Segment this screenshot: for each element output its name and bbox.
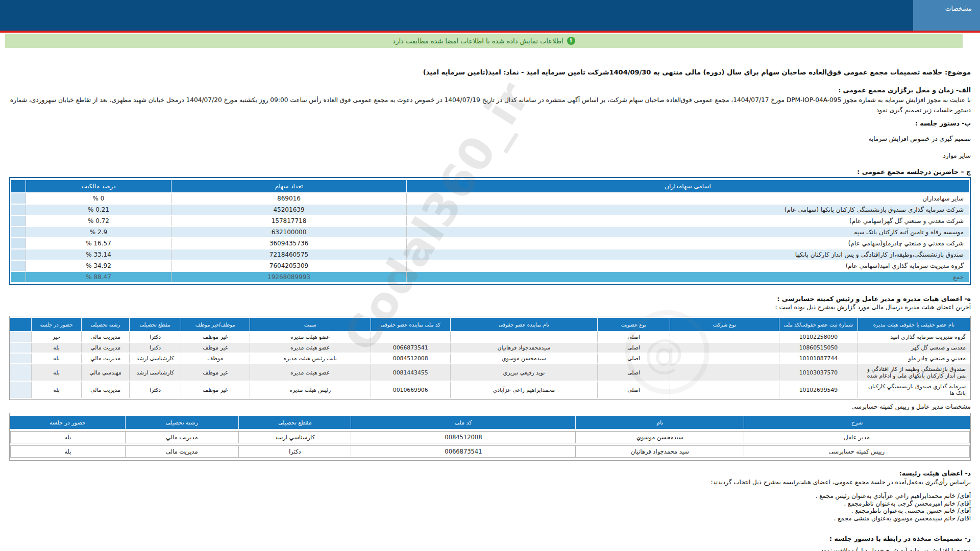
cell: [670, 343, 779, 353]
presiding-member: آقای/ خانم محمدابراهیم راعي عزآبادي به‌ع…: [9, 492, 971, 500]
cell: بله: [10, 431, 125, 443]
cell: 157817718: [171, 216, 406, 226]
cell: کارشناسي ارشد: [238, 431, 351, 443]
cell: دکترا: [129, 343, 181, 353]
table-row: صندوق بازنشستگي وظیفه از کار افتادگي و پ…: [10, 364, 970, 381]
cell: نایب رئیس هیئت مدیره: [250, 354, 371, 363]
tab-specifications[interactable]: مشخصات: [913, 0, 980, 31]
section-e-title: ه- اعضای هیات مدیره و مدیر عامل و رئیس ک…: [9, 294, 971, 303]
subject-line: موضوع: خلاصه تصمیمات مجمع عمومی فوق‌العا…: [9, 68, 971, 77]
board-members-table: نام عضو حقیقی یا حقوقی هیئت مدیرهشمارهٔ …: [10, 317, 970, 399]
cell: مدیریت مالي: [81, 343, 130, 353]
cell: عضو هیئت مدیره: [250, 343, 371, 353]
cell: گروه مدیریت سرمایه گذاري امید: [857, 332, 970, 342]
cell: محمدابراهیم راعي عزآبادي: [450, 382, 598, 398]
table-row: معدني و صنعتي چادر ملو10101887744اصلیسید…: [10, 354, 970, 363]
column-header: شمارهٔ ثبت عضو حقوقی/کد ملی: [779, 318, 857, 331]
cell: 0084512008: [351, 431, 575, 443]
cell: مدیریت مالي: [81, 354, 130, 363]
cell: مدیریت مالي: [125, 431, 238, 443]
cell: مدیریت مالي: [81, 332, 130, 342]
cell: 7218460575: [171, 249, 406, 260]
top-navigation-bar: مشخصات: [0, 0, 980, 31]
column-header: حضور در جلسه: [10, 416, 125, 429]
cell: 10102258090: [779, 332, 857, 342]
cell: جمع: [406, 272, 969, 282]
cell: رئیس هیئت مدیره: [250, 382, 371, 398]
column-header: رشته تحصیلی: [125, 416, 238, 429]
row-marker-cell: [11, 227, 26, 237]
section-a-title: الف- زمان و محل برگزاری مجمع عمومی :: [9, 86, 971, 94]
section-b-title: ب- دستور جلسه :: [9, 119, 971, 128]
cell: اصلی: [597, 332, 670, 342]
info-icon: i: [567, 37, 575, 45]
row-marker-cell: [11, 205, 26, 215]
cell: دکترا: [129, 332, 181, 342]
cell: بله: [31, 343, 81, 353]
cell: معدنی و صنعتي گل گهر: [857, 343, 970, 353]
table-row: گروه مدیریت سرمایه گذاري امید(سهامي عام)…: [11, 261, 969, 271]
cell: شرکت معدني و صنعتي چادرملو(سهامي عام): [406, 238, 969, 248]
column-header: نام عضو حقیقی یا حقوقی هیئت مدیره: [857, 318, 970, 331]
table-row: گروه مدیریت سرمایه گذاري امید10102258090…: [10, 332, 970, 342]
cell: % 0: [26, 193, 171, 204]
column-header: کد ملی: [351, 416, 575, 429]
cell: سیدمحسن موسوي: [575, 431, 744, 443]
cell: شرکت معدني و صنعتي گل گهر(سهامي عام): [406, 216, 969, 226]
column-header: نام نماینده عضو حقوقی: [450, 318, 598, 331]
cell: مدیریت مالي: [81, 382, 130, 398]
cell: مهندسي مالي: [81, 364, 130, 381]
table-row: موسسه رفاه و تامین آتیه کارکنان بانک سپه…: [11, 227, 969, 237]
row-marker-cell: [10, 364, 31, 381]
presiding-member: آقای/ خانم سیدمحسن موسوي به‌عنوان منشی م…: [9, 515, 971, 522]
cell: [670, 332, 779, 342]
row-marker-cell: [10, 332, 31, 342]
column-header: موظف/غیر موظف: [181, 318, 250, 331]
column-header: مقطع تحصیلی: [129, 318, 181, 331]
section-e-subtitle: آخرین اعضای هیئت مدیره درسال مالی مورد گ…: [9, 303, 971, 312]
column-header: رشته تحصیلی: [81, 318, 130, 331]
cell: 45201639: [171, 205, 406, 215]
cell: % 16.57: [26, 238, 171, 248]
cell: کارشناسی ارشد: [129, 354, 181, 363]
cell: بله: [10, 445, 125, 458]
cell: سیدمحمدجواد فرهانیان: [450, 343, 598, 353]
column-header: حضور در جلسه: [31, 318, 81, 331]
row-marker-cell: [10, 343, 31, 353]
table-row: شرکت سرمایه گذاري صندوق بازنشستگي کارکنا…: [11, 205, 969, 215]
cell: معدني و صنعتي چادر ملو: [857, 354, 970, 363]
cell: 0010669906: [371, 382, 450, 398]
cell: شرکت سرمایه گذاري صندوق بازنشستگي کارکنا…: [406, 205, 969, 215]
cell: % 0.72: [26, 216, 171, 226]
ceo-table-container: شرحنامکد ملیمقطع تحصیلیرشته تحصیلیحضور د…: [9, 413, 971, 461]
agenda-item: تصمیم گیری در خصوص افزایش سرمایه: [9, 135, 971, 143]
row-marker-cell: [10, 354, 31, 363]
column-header: درصد مالکیت: [26, 180, 171, 192]
cell: 19268089993: [171, 272, 406, 282]
table-row: شرکت معدني و صنعتي چادرملو(سهامي عام)360…: [11, 238, 969, 248]
cell: 0066873541: [351, 445, 575, 458]
cell: موظف: [181, 354, 250, 363]
column-header: نوع شرکت: [670, 318, 779, 331]
cell: بله: [31, 354, 81, 363]
cell: غیر موظف: [181, 343, 250, 353]
row-marker-cell: [11, 180, 26, 192]
cell: اصلی: [597, 343, 670, 353]
cell: [670, 382, 779, 398]
section-a-paragraph-line2: دستور جلسات زیر تصمیم گیری نمود: [9, 106, 971, 115]
header-row: نام عضو حقیقی یا حقوقی هیئت مدیرهشمارهٔ …: [10, 318, 970, 331]
cell: کارشناسی ارشد: [129, 364, 181, 381]
table-row: شرکت معدني و صنعتي گل گهر(سهامي عام)1578…: [11, 216, 969, 226]
row-marker-cell: [11, 249, 26, 260]
row-marker-cell: [11, 238, 26, 248]
red-divider: [0, 31, 980, 33]
cell: صندوق بازنشستگي،وظیفه،از کارافتادگي و پس…: [406, 249, 969, 260]
shareholders-table: اسامی سهامدارانتعداد سهامدرصد مالکیت سای…: [11, 179, 969, 283]
cell: % 33.14: [26, 249, 171, 260]
table-row: سرمایه گذاري صندوق بازنشستگي کارکنان بان…: [10, 382, 970, 398]
cell: 10860515050: [779, 343, 857, 353]
section-d-title: د- اعضای هیئت رئیسه:: [9, 469, 971, 478]
shareholders-table-container: اسامی سهامدارانتعداد سهامدرصد مالکیت سای…: [9, 177, 971, 285]
row-marker-cell: [11, 193, 26, 204]
report-body: موضوع: خلاصه تصمیمات مجمع عمومی فوق‌العا…: [0, 68, 980, 551]
